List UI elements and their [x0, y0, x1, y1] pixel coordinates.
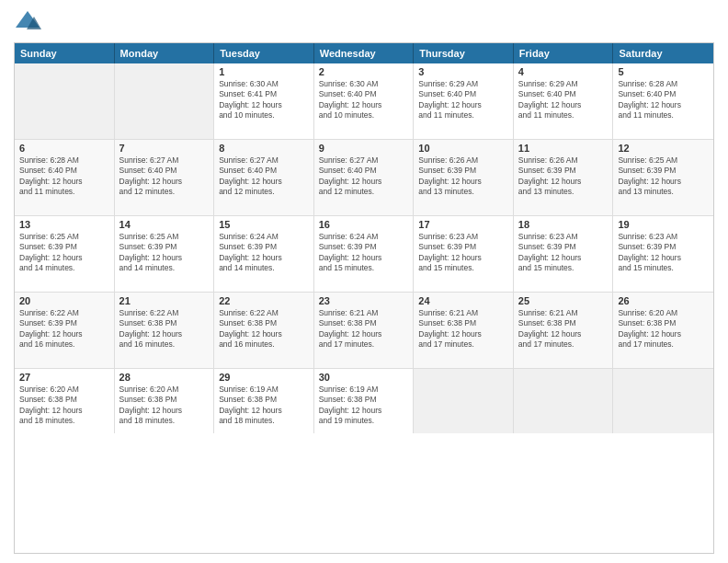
day-number: 14 [119, 219, 210, 230]
calendar-cell: 26Sunrise: 6:20 AM Sunset: 6:38 PM Dayli… [613, 293, 713, 368]
day-number: 26 [618, 295, 709, 306]
day-number: 1 [219, 66, 309, 77]
day-info: Sunrise: 6:26 AM Sunset: 6:39 PM Dayligh… [518, 155, 609, 198]
calendar-cell: 15Sunrise: 6:24 AM Sunset: 6:39 PM Dayli… [214, 216, 314, 292]
day-number: 4 [518, 66, 609, 77]
day-info: Sunrise: 6:21 AM Sunset: 6:38 PM Dayligh… [418, 308, 508, 350]
calendar-cell: 13Sunrise: 6:25 AM Sunset: 6:39 PM Dayli… [15, 216, 115, 292]
day-number: 23 [319, 295, 409, 306]
calendar-cell [115, 63, 215, 139]
day-number: 24 [418, 295, 508, 306]
day-number: 9 [319, 143, 409, 154]
calendar-row: 27Sunrise: 6:20 AM Sunset: 6:38 PM Dayli… [15, 369, 713, 433]
calendar-cell: 3Sunrise: 6:29 AM Sunset: 6:40 PM Daylig… [414, 63, 514, 139]
calendar-cell: 4Sunrise: 6:29 AM Sunset: 6:40 PM Daylig… [514, 63, 614, 139]
day-number: 3 [418, 66, 508, 77]
day-info: Sunrise: 6:19 AM Sunset: 6:38 PM Dayligh… [219, 385, 309, 427]
calendar-cell: 19Sunrise: 6:23 AM Sunset: 6:39 PM Dayli… [613, 216, 713, 292]
day-number: 8 [219, 143, 309, 154]
day-number: 7 [119, 143, 210, 154]
day-info: Sunrise: 6:22 AM Sunset: 6:38 PM Dayligh… [119, 308, 210, 350]
day-info: Sunrise: 6:30 AM Sunset: 6:40 PM Dayligh… [319, 79, 409, 121]
calendar: SundayMondayTuesdayWednesdayThursdayFrid… [14, 42, 714, 554]
calendar-cell: 6Sunrise: 6:28 AM Sunset: 6:40 PM Daylig… [15, 140, 115, 215]
calendar-header-day: Wednesday [314, 43, 415, 63]
calendar-row: 6Sunrise: 6:28 AM Sunset: 6:40 PM Daylig… [15, 140, 713, 216]
day-number: 16 [319, 219, 409, 230]
calendar-row: 1Sunrise: 6:30 AM Sunset: 6:41 PM Daylig… [15, 63, 713, 140]
logo [14, 9, 43, 35]
day-info: Sunrise: 6:30 AM Sunset: 6:41 PM Dayligh… [219, 79, 309, 121]
day-info: Sunrise: 6:23 AM Sunset: 6:39 PM Dayligh… [518, 232, 609, 274]
day-number: 5 [618, 66, 709, 77]
day-info: Sunrise: 6:27 AM Sunset: 6:40 PM Dayligh… [119, 155, 210, 198]
day-info: Sunrise: 6:28 AM Sunset: 6:40 PM Dayligh… [19, 155, 109, 198]
day-info: Sunrise: 6:24 AM Sunset: 6:39 PM Dayligh… [319, 232, 409, 274]
calendar-cell: 8Sunrise: 6:27 AM Sunset: 6:40 PM Daylig… [214, 140, 314, 215]
calendar-cell: 17Sunrise: 6:23 AM Sunset: 6:39 PM Dayli… [414, 216, 514, 292]
day-info: Sunrise: 6:20 AM Sunset: 6:38 PM Dayligh… [19, 385, 109, 427]
calendar-cell: 7Sunrise: 6:27 AM Sunset: 6:40 PM Daylig… [115, 140, 215, 215]
day-number: 25 [518, 295, 609, 306]
calendar-row: 13Sunrise: 6:25 AM Sunset: 6:39 PM Dayli… [15, 216, 713, 293]
day-info: Sunrise: 6:21 AM Sunset: 6:38 PM Dayligh… [319, 308, 409, 350]
day-info: Sunrise: 6:23 AM Sunset: 6:39 PM Dayligh… [418, 232, 508, 274]
calendar-cell: 5Sunrise: 6:28 AM Sunset: 6:40 PM Daylig… [613, 63, 713, 139]
day-info: Sunrise: 6:27 AM Sunset: 6:40 PM Dayligh… [219, 155, 309, 198]
day-info: Sunrise: 6:21 AM Sunset: 6:38 PM Dayligh… [518, 308, 609, 350]
day-number: 29 [219, 372, 309, 383]
calendar-cell: 30Sunrise: 6:19 AM Sunset: 6:38 PM Dayli… [314, 369, 415, 433]
day-number: 20 [19, 295, 109, 306]
calendar-cell: 28Sunrise: 6:20 AM Sunset: 6:38 PM Dayli… [115, 369, 215, 433]
header [14, 9, 714, 35]
day-info: Sunrise: 6:25 AM Sunset: 6:39 PM Dayligh… [19, 232, 109, 274]
day-info: Sunrise: 6:20 AM Sunset: 6:38 PM Dayligh… [119, 385, 210, 427]
day-number: 6 [19, 143, 109, 154]
day-info: Sunrise: 6:27 AM Sunset: 6:40 PM Dayligh… [319, 155, 409, 198]
calendar-body: 1Sunrise: 6:30 AM Sunset: 6:41 PM Daylig… [15, 63, 713, 433]
day-info: Sunrise: 6:22 AM Sunset: 6:38 PM Dayligh… [219, 308, 309, 350]
day-number: 12 [618, 143, 709, 154]
day-info: Sunrise: 6:19 AM Sunset: 6:38 PM Dayligh… [319, 385, 409, 427]
day-number: 30 [319, 372, 409, 383]
calendar-cell: 12Sunrise: 6:25 AM Sunset: 6:39 PM Dayli… [613, 140, 713, 215]
calendar-header-day: Monday [115, 43, 215, 63]
day-info: Sunrise: 6:29 AM Sunset: 6:40 PM Dayligh… [518, 79, 609, 121]
day-info: Sunrise: 6:22 AM Sunset: 6:39 PM Dayligh… [19, 308, 109, 350]
calendar-row: 20Sunrise: 6:22 AM Sunset: 6:39 PM Dayli… [15, 293, 713, 369]
calendar-cell [414, 369, 514, 433]
calendar-header-day: Saturday [613, 43, 713, 63]
page: SundayMondayTuesdayWednesdayThursdayFrid… [0, 0, 728, 563]
calendar-header: SundayMondayTuesdayWednesdayThursdayFrid… [15, 43, 713, 63]
day-number: 27 [19, 372, 109, 383]
calendar-cell: 10Sunrise: 6:26 AM Sunset: 6:39 PM Dayli… [414, 140, 514, 215]
day-number: 13 [19, 219, 109, 230]
calendar-cell: 9Sunrise: 6:27 AM Sunset: 6:40 PM Daylig… [314, 140, 415, 215]
calendar-cell: 1Sunrise: 6:30 AM Sunset: 6:41 PM Daylig… [214, 63, 314, 139]
day-info: Sunrise: 6:29 AM Sunset: 6:40 PM Dayligh… [418, 79, 508, 121]
day-number: 15 [219, 219, 309, 230]
calendar-cell: 27Sunrise: 6:20 AM Sunset: 6:38 PM Dayli… [15, 369, 115, 433]
day-info: Sunrise: 6:28 AM Sunset: 6:40 PM Dayligh… [618, 79, 709, 121]
calendar-cell [613, 369, 713, 433]
calendar-cell: 22Sunrise: 6:22 AM Sunset: 6:38 PM Dayli… [214, 293, 314, 368]
day-number: 28 [119, 372, 210, 383]
day-info: Sunrise: 6:26 AM Sunset: 6:39 PM Dayligh… [418, 155, 508, 198]
calendar-cell: 14Sunrise: 6:25 AM Sunset: 6:39 PM Dayli… [115, 216, 215, 292]
calendar-cell [15, 63, 115, 139]
day-number: 18 [518, 219, 609, 230]
calendar-cell: 11Sunrise: 6:26 AM Sunset: 6:39 PM Dayli… [514, 140, 614, 215]
calendar-header-day: Tuesday [214, 43, 314, 63]
day-number: 10 [418, 143, 508, 154]
calendar-cell: 18Sunrise: 6:23 AM Sunset: 6:39 PM Dayli… [514, 216, 614, 292]
calendar-header-day: Friday [514, 43, 614, 63]
day-info: Sunrise: 6:25 AM Sunset: 6:39 PM Dayligh… [618, 155, 709, 198]
calendar-cell: 21Sunrise: 6:22 AM Sunset: 6:38 PM Dayli… [115, 293, 215, 368]
logo-icon [14, 9, 41, 35]
day-info: Sunrise: 6:23 AM Sunset: 6:39 PM Dayligh… [618, 232, 709, 274]
calendar-header-day: Sunday [15, 43, 115, 63]
day-number: 19 [618, 219, 709, 230]
calendar-cell: 16Sunrise: 6:24 AM Sunset: 6:39 PM Dayli… [314, 216, 415, 292]
calendar-cell: 24Sunrise: 6:21 AM Sunset: 6:38 PM Dayli… [414, 293, 514, 368]
day-number: 11 [518, 143, 609, 154]
